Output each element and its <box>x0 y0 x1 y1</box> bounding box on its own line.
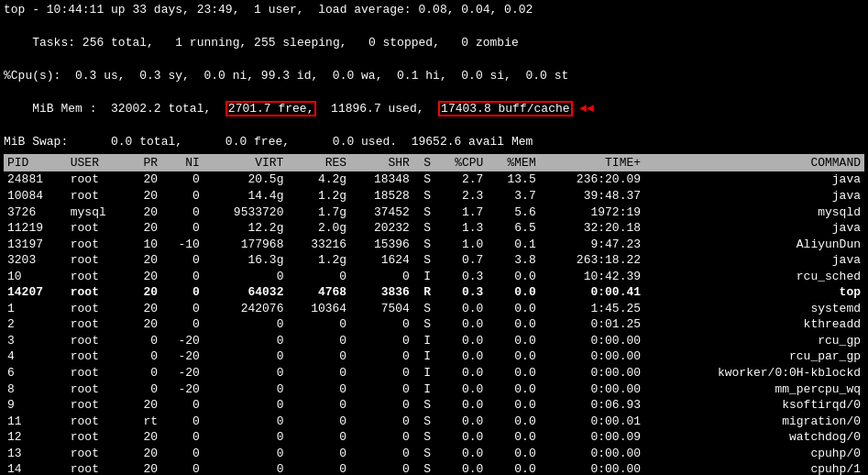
table-row: 13197root10-101779683321615396S1.00.19:4… <box>4 237 864 253</box>
table-cell: S <box>413 429 434 446</box>
table-cell: 1.7 <box>434 204 487 221</box>
table-header-row: PID USER PR NI VIRT RES SHR S %CPU %MEM … <box>4 154 864 172</box>
table-cell: java <box>644 252 864 269</box>
table-cell: 0 <box>350 446 413 462</box>
table-cell: 15396 <box>350 237 413 253</box>
table-cell: 0.0 <box>487 461 539 475</box>
table-cell: 0 <box>350 429 413 446</box>
table-cell: 20 <box>129 284 161 301</box>
table-cell: 3.8 <box>487 252 539 269</box>
table-cell: 0 <box>161 188 203 204</box>
table-cell: java <box>644 188 864 204</box>
table-cell: 0 <box>203 269 288 285</box>
table-cell: cpuhp/1 <box>644 461 864 475</box>
table-row: 11219root20012.2g2.0g20232S1.36.532:20.1… <box>4 220 864 237</box>
table-cell: S <box>413 171 434 188</box>
table-cell: 0 <box>350 381 413 398</box>
line5: MiB Swap: 0.0 total, 0.0 free, 0.0 used.… <box>4 134 864 150</box>
table-cell: 0:06.93 <box>540 397 644 414</box>
table-cell: 0.0 <box>487 316 539 333</box>
table-cell: 0 <box>161 204 203 221</box>
table-cell: 0 <box>203 414 288 430</box>
table-cell: 0 <box>350 333 413 349</box>
table-cell: 0 <box>350 269 413 285</box>
table-cell: 20 <box>129 269 161 285</box>
table-cell: 20 <box>129 188 161 204</box>
table-cell: S <box>413 204 434 221</box>
mem-arrows: ◄◄ <box>573 102 594 116</box>
table-cell: 0.0 <box>434 316 487 333</box>
sleep-label: sleeping, <box>275 36 368 50</box>
table-cell: 11 <box>4 414 67 430</box>
table-cell: S <box>413 414 434 430</box>
table-cell: 0.0 <box>434 348 487 365</box>
tasks-count: 256 <box>82 36 104 50</box>
table-cell: 0 <box>203 381 288 398</box>
table-cell: 0.3 <box>434 284 487 301</box>
table-cell: 8 <box>4 381 67 398</box>
table-row: 9root200000S0.00.00:06.93ksoftirqd/0 <box>4 397 864 414</box>
table-cell: root <box>67 333 130 349</box>
table-cell: 1624 <box>350 252 413 269</box>
table-row: 3203root20016.3g1.2g1624S0.73.8263:18.22… <box>4 252 864 269</box>
table-cell: rcu_gp <box>644 333 864 349</box>
table-cell: 2.3 <box>434 188 487 204</box>
table-cell: root <box>67 446 130 462</box>
table-cell: 0.0 <box>487 429 539 446</box>
table-cell: 0 <box>129 381 161 398</box>
table-cell: root <box>67 365 130 381</box>
table-cell: 2.7 <box>434 171 487 188</box>
sleeping-count: 255 <box>254 36 275 50</box>
col-ni: NI <box>161 154 203 172</box>
table-cell: 0 <box>161 220 203 237</box>
table-cell: I <box>413 365 434 381</box>
run-label: running, <box>182 36 254 50</box>
table-cell: root <box>67 348 130 365</box>
table-cell: 0 <box>161 397 203 414</box>
mem-mid: 11896.7 used, <box>316 102 438 116</box>
table-cell: 1.3 <box>434 220 487 237</box>
table-cell: 18348 <box>350 171 413 188</box>
line4: MiB Mem : 32002.2 total, 2701.7 free, 11… <box>4 85 864 134</box>
table-cell: AliyunDun <box>644 237 864 253</box>
table-cell: 242076 <box>203 301 288 317</box>
col-cpu: %CPU <box>434 154 487 172</box>
table-cell: java <box>644 220 864 237</box>
table-row: 4root0-20000I0.00.00:00.00rcu_par_gp <box>4 348 864 365</box>
table-cell: kthreadd <box>644 316 864 333</box>
table-cell: 0 <box>203 461 288 475</box>
table-cell: S <box>413 316 434 333</box>
table-cell: 18528 <box>350 188 413 204</box>
table-cell: 0 <box>129 365 161 381</box>
col-shr: SHR <box>350 154 413 172</box>
table-cell: 0 <box>161 461 203 475</box>
table-cell: R <box>413 284 434 301</box>
table-cell: 0.0 <box>487 365 539 381</box>
table-cell: 0:00.00 <box>540 348 644 365</box>
table-cell: 0 <box>287 269 350 285</box>
table-cell: 0 <box>129 348 161 365</box>
table-cell: I <box>413 348 434 365</box>
table-cell: 20 <box>129 252 161 269</box>
table-cell: root <box>67 461 130 475</box>
table-cell: 20 <box>129 461 161 475</box>
table-cell: 11219 <box>4 220 67 237</box>
table-cell: 1972:19 <box>540 204 644 221</box>
table-row: 2root200000S0.00.00:01.25kthreadd <box>4 316 864 333</box>
table-cell: 0:00.00 <box>540 381 644 398</box>
line2-mid: total, <box>104 36 175 50</box>
table-cell: 0 <box>287 381 350 398</box>
table-cell: 0.0 <box>434 461 487 475</box>
table-cell: 0 <box>161 316 203 333</box>
table-cell: 39:48.37 <box>540 188 644 204</box>
table-cell: 0 <box>287 429 350 446</box>
col-pid: PID <box>4 154 67 172</box>
table-cell: 1 <box>4 301 67 317</box>
table-row: 14207root2006403247683836R0.30.00:00.41t… <box>4 284 864 301</box>
table-row: 8root0-20000I0.00.00:00.00mm_percpu_wq <box>4 381 864 398</box>
table-cell: kworker/0:0H-kblockd <box>644 365 864 381</box>
table-cell: 5.6 <box>487 204 539 221</box>
table-cell: S <box>413 220 434 237</box>
table-cell: 0:00.00 <box>540 365 644 381</box>
table-cell: S <box>413 188 434 204</box>
